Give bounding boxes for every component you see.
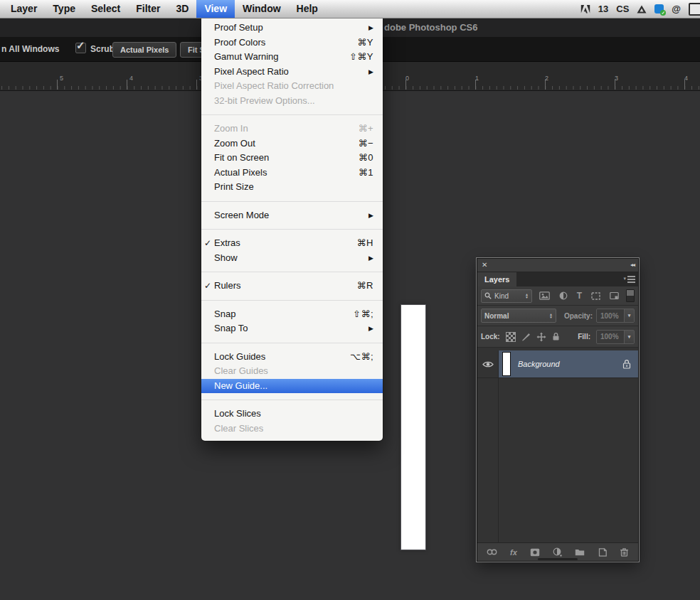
ruler-number: 4 [684, 75, 688, 82]
ruler-number: 2 [545, 75, 548, 82]
menu-item-proof-colors[interactable]: Proof Colors⌘Y [201, 36, 383, 50]
menu-item-lock-slices[interactable]: Lock Slices [201, 407, 383, 422]
menubar-item-layer[interactable]: Layer [3, 0, 45, 18]
add-layer-mask-icon[interactable] [530, 548, 540, 557]
lock-position-move-icon[interactable] [536, 332, 546, 342]
collapse-panel-icon[interactable]: ◂◂ [630, 260, 635, 270]
menu-item-zoom-out[interactable]: Zoom Out⌘− [201, 136, 383, 151]
visibility-toggle[interactable] [477, 350, 498, 377]
menu-item-label: Show [214, 251, 364, 266]
menubar-item-type[interactable]: Type [45, 0, 83, 18]
smart-object-filter-icon[interactable] [610, 291, 619, 300]
menu-item-pixel-aspect-ratio-correction: Pixel Aspect Ratio Correction [201, 79, 383, 94]
ruler-number: 0 [405, 75, 409, 82]
adjustment-layer-icon[interactable] [553, 547, 562, 557]
shortcut-label: ⌘Y [357, 36, 373, 50]
actual-pixels-button[interactable]: Actual Pixels [112, 42, 176, 58]
shortcut-label: ⌘1 [359, 166, 373, 181]
type-layer-filter-icon[interactable]: T [577, 291, 582, 301]
shortcut-label: ⌘+ [358, 122, 373, 136]
link-layers-icon[interactable] [487, 548, 497, 556]
menu-item-show[interactable]: Show▶ [201, 251, 383, 266]
filter-kind-dropdown[interactable]: Kind ▲▼ [481, 289, 532, 303]
layer-thumbnail[interactable] [502, 352, 511, 376]
dropbox-icon[interactable]: ✓ [654, 4, 664, 14]
menu-item-rulers[interactable]: ✓Rulers⌘R [201, 279, 383, 294]
menu-item-pixel-aspect-ratio[interactable]: Pixel Aspect Ratio▶ [201, 65, 383, 80]
eye-column-divider [498, 350, 499, 545]
macos-menubar: Layer Type Select Filter 3D View Window … [0, 0, 700, 18]
google-drive-icon[interactable] [637, 5, 647, 14]
checkmark-icon: ✓ [204, 279, 211, 294]
menu-item-fit-on-screen[interactable]: Fit on Screen⌘0 [201, 151, 383, 166]
menubar-item-view[interactable]: View [196, 0, 235, 18]
layer-row-background[interactable]: Background [477, 350, 638, 378]
menubar-item-3d[interactable]: 3D [168, 0, 196, 18]
menubar-item-help[interactable]: Help [289, 0, 326, 18]
lock-all-padlock-icon[interactable] [552, 332, 560, 341]
blend-mode-dropdown[interactable]: Normal ▲▼ [481, 309, 556, 323]
menu-item-extras[interactable]: ✓Extras⌘H [201, 236, 383, 251]
scrubby-zoom-checkbox[interactable]: ✓ [75, 43, 86, 53]
opacity-dropdown[interactable]: 100% ▾ [596, 309, 635, 323]
adjustment-layer-filter-icon[interactable] [559, 291, 568, 300]
panel-resize-handle[interactable] [538, 558, 578, 560]
fill-dropdown[interactable]: 100% ▾ [596, 330, 635, 344]
opacity-value: 100% [597, 312, 624, 320]
menu-item-label: Proof Setup [214, 21, 364, 36]
delete-layer-trash-icon[interactable] [620, 547, 629, 557]
panel-menu-button[interactable]: ▾ [623, 276, 635, 282]
close-icon[interactable]: ✕ [482, 260, 487, 270]
adobe-update-count: 13 [598, 4, 608, 14]
new-group-folder-icon[interactable] [575, 548, 585, 556]
shape-layer-filter-icon[interactable] [591, 292, 600, 300]
menu-item-actual-pixels[interactable]: Actual Pixels⌘1 [201, 166, 383, 181]
chevron-down-icon[interactable]: ▾ [624, 309, 634, 322]
shortcut-label: ⇧⌘Y [349, 50, 373, 65]
display-icon[interactable] [689, 3, 700, 16]
menu-item-label: Zoom Out [214, 136, 358, 151]
menu-item-label: Zoom In [214, 122, 358, 136]
ruler-number: 5 [60, 75, 63, 82]
shortcut-label: ⌘H [357, 236, 373, 251]
menubar-item-window[interactable]: Window [235, 0, 289, 18]
chevron-down-icon[interactable]: ▾ [624, 331, 634, 343]
menu-item-screen-mode[interactable]: Screen Mode▶ [201, 208, 383, 223]
submenu-arrow-icon: ▶ [368, 208, 373, 223]
menu-item-new-guide[interactable]: New Guide... [201, 379, 383, 394]
swirl-utility-icon[interactable]: @ [672, 4, 681, 14]
search-icon [484, 292, 492, 299]
layer-style-fx-icon[interactable]: fx [510, 548, 517, 557]
menu-item-label: Actual Pixels [214, 166, 359, 181]
selected-layer-row[interactable]: Background [498, 350, 638, 377]
menu-item-32bit-preview-options: 32-bit Preview Options... [201, 94, 383, 109]
lock-pixels-brush-icon[interactable] [521, 332, 531, 341]
menu-item-label: Rulers [214, 279, 357, 294]
adobe-icon[interactable] [580, 4, 590, 14]
menu-item-label: Extras [214, 236, 357, 251]
filter-on-off-toggle[interactable] [626, 289, 635, 302]
menu-item-label: Fit on Screen [214, 151, 359, 166]
menu-item-lock-guides[interactable]: Lock Guides⌥⌘; [201, 350, 383, 365]
submenu-arrow-icon: ▶ [368, 21, 373, 36]
filter-kind-label: Kind [494, 292, 509, 300]
fill-value: 100% [597, 333, 624, 341]
menu-item-gamut-warning[interactable]: Gamut Warning⇧⌘Y [201, 50, 383, 65]
pixel-layer-filter-icon[interactable] [539, 291, 550, 300]
filter-type-icons: T [539, 291, 620, 301]
menu-item-label: Proof Colors [214, 36, 357, 50]
menu-item-proof-setup[interactable]: Proof Setup▶ [201, 21, 383, 36]
creative-suite-icon[interactable]: CS [616, 4, 629, 14]
canvas-document[interactable] [401, 304, 426, 550]
menubar-item-select[interactable]: Select [83, 0, 128, 18]
menu-item-snap-to[interactable]: Snap To▶ [201, 321, 383, 336]
menubar-item-filter[interactable]: Filter [128, 0, 168, 18]
tab-layers[interactable]: Layers [477, 272, 516, 286]
lock-transparency-icon[interactable] [506, 332, 516, 342]
menu-separator [201, 114, 383, 115]
menu-item-label: Lock Slices [214, 407, 373, 422]
new-layer-icon[interactable] [598, 548, 607, 557]
menu-item-snap[interactable]: Snap⇧⌘; [201, 307, 383, 322]
menu-item-print-size[interactable]: Print Size [201, 180, 383, 195]
menu-item-label: Pixel Aspect Ratio Correction [214, 79, 373, 94]
